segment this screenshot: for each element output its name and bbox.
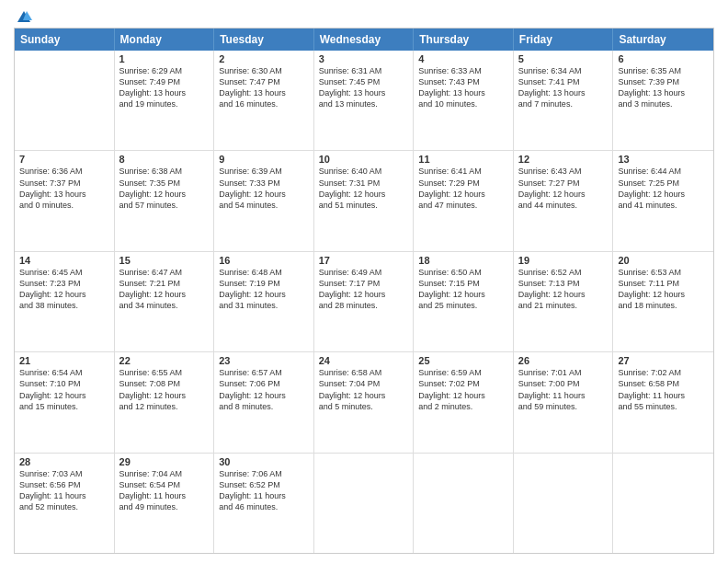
weekday-header-wednesday: Wednesday [314,29,415,51]
day-number: 30 [219,456,309,467]
day-cell-22: 22Sunrise: 6:55 AM Sunset: 7:08 PM Dayli… [115,352,215,452]
day-cell-28: 28Sunrise: 7:03 AM Sunset: 6:56 PM Dayli… [15,454,115,553]
day-number: 12 [518,154,609,165]
day-cell-2: 2Sunrise: 6:30 AM Sunset: 7:47 PM Daylig… [214,51,314,150]
day-cell-16: 16Sunrise: 6:48 AM Sunset: 7:19 PM Dayli… [214,252,314,351]
day-cell-7: 7Sunrise: 6:36 AM Sunset: 7:37 PM Daylig… [15,151,115,250]
day-cell-3: 3Sunrise: 6:31 AM Sunset: 7:45 PM Daylig… [314,51,415,150]
empty-cell-4-6 [613,454,713,553]
empty-cell-0-0 [15,51,115,150]
cell-info: Sunrise: 7:04 AM Sunset: 6:54 PM Dayligh… [119,468,210,513]
cell-info: Sunrise: 6:45 AM Sunset: 7:23 PM Dayligh… [19,267,109,312]
day-cell-25: 25Sunrise: 6:59 AM Sunset: 7:02 PM Dayli… [414,352,514,452]
empty-cell-4-5 [514,454,614,553]
day-number: 1 [119,53,210,64]
calendar-body: 1Sunrise: 6:29 AM Sunset: 7:49 PM Daylig… [15,51,713,553]
cell-info: Sunrise: 6:31 AM Sunset: 7:45 PM Dayligh… [319,65,409,110]
day-cell-27: 27Sunrise: 7:02 AM Sunset: 6:58 PM Dayli… [613,352,713,452]
day-number: 6 [618,53,709,64]
day-number: 21 [19,355,109,366]
day-cell-1: 1Sunrise: 6:29 AM Sunset: 7:49 PM Daylig… [115,51,215,150]
logo-icon [16,9,32,26]
cell-info: Sunrise: 6:33 AM Sunset: 7:43 PM Dayligh… [418,65,508,110]
cell-info: Sunrise: 6:50 AM Sunset: 7:15 PM Dayligh… [418,267,508,312]
cell-info: Sunrise: 6:34 AM Sunset: 7:41 PM Dayligh… [518,65,609,110]
cell-info: Sunrise: 6:48 AM Sunset: 7:19 PM Dayligh… [219,267,309,312]
cell-info: Sunrise: 6:30 AM Sunset: 7:47 PM Dayligh… [219,65,309,110]
header [14,9,714,22]
day-cell-30: 30Sunrise: 7:06 AM Sunset: 6:52 PM Dayli… [214,454,314,553]
calendar: SundayMondayTuesdayWednesdayThursdayFrid… [14,28,714,554]
day-cell-24: 24Sunrise: 6:58 AM Sunset: 7:04 PM Dayli… [314,352,415,452]
day-number: 13 [618,154,709,165]
day-number: 5 [518,53,609,64]
day-number: 29 [119,456,210,467]
cell-info: Sunrise: 6:44 AM Sunset: 7:25 PM Dayligh… [618,166,709,211]
calendar-row-1: 7Sunrise: 6:36 AM Sunset: 7:37 PM Daylig… [15,150,713,250]
cell-info: Sunrise: 6:41 AM Sunset: 7:29 PM Dayligh… [418,166,508,211]
cell-info: Sunrise: 6:38 AM Sunset: 7:35 PM Dayligh… [119,166,210,211]
day-number: 3 [319,53,409,64]
calendar-row-2: 14Sunrise: 6:45 AM Sunset: 7:23 PM Dayli… [15,251,713,351]
cell-info: Sunrise: 6:57 AM Sunset: 7:06 PM Dayligh… [219,367,309,412]
day-number: 25 [418,355,508,366]
day-cell-19: 19Sunrise: 6:52 AM Sunset: 7:13 PM Dayli… [514,252,614,351]
day-cell-20: 20Sunrise: 6:53 AM Sunset: 7:11 PM Dayli… [613,252,713,351]
day-cell-21: 21Sunrise: 6:54 AM Sunset: 7:10 PM Dayli… [15,352,115,452]
day-number: 15 [119,255,210,266]
calendar-header: SundayMondayTuesdayWednesdayThursdayFrid… [15,29,713,51]
cell-info: Sunrise: 6:43 AM Sunset: 7:27 PM Dayligh… [518,166,609,211]
cell-info: Sunrise: 6:35 AM Sunset: 7:39 PM Dayligh… [618,65,709,110]
weekday-header-friday: Friday [514,29,614,51]
day-number: 11 [418,154,508,165]
day-number: 9 [219,154,309,165]
cell-info: Sunrise: 7:03 AM Sunset: 6:56 PM Dayligh… [19,468,109,513]
day-cell-12: 12Sunrise: 6:43 AM Sunset: 7:27 PM Dayli… [514,151,614,250]
calendar-row-0: 1Sunrise: 6:29 AM Sunset: 7:49 PM Daylig… [15,51,713,150]
cell-info: Sunrise: 6:49 AM Sunset: 7:17 PM Dayligh… [319,267,409,312]
day-number: 17 [319,255,409,266]
day-number: 2 [219,53,309,64]
day-number: 8 [119,154,210,165]
empty-cell-4-4 [414,454,514,553]
day-cell-4: 4Sunrise: 6:33 AM Sunset: 7:43 PM Daylig… [414,51,514,150]
cell-info: Sunrise: 6:39 AM Sunset: 7:33 PM Dayligh… [219,166,309,211]
day-number: 7 [19,154,109,165]
day-number: 14 [19,255,109,266]
cell-info: Sunrise: 6:36 AM Sunset: 7:37 PM Dayligh… [19,166,109,211]
cell-info: Sunrise: 6:54 AM Sunset: 7:10 PM Dayligh… [19,367,109,412]
cell-info: Sunrise: 6:52 AM Sunset: 7:13 PM Dayligh… [518,267,609,312]
day-cell-18: 18Sunrise: 6:50 AM Sunset: 7:15 PM Dayli… [414,252,514,351]
weekday-header-monday: Monday [115,29,215,51]
day-number: 16 [219,255,309,266]
weekday-header-saturday: Saturday [613,29,713,51]
logo [14,9,32,22]
day-cell-17: 17Sunrise: 6:49 AM Sunset: 7:17 PM Dayli… [314,252,415,351]
weekday-header-tuesday: Tuesday [214,29,314,51]
calendar-row-4: 28Sunrise: 7:03 AM Sunset: 6:56 PM Dayli… [15,453,713,553]
day-number: 28 [19,456,109,467]
day-cell-29: 29Sunrise: 7:04 AM Sunset: 6:54 PM Dayli… [115,454,215,553]
day-number: 19 [518,255,609,266]
day-number: 22 [119,355,210,366]
cell-info: Sunrise: 6:47 AM Sunset: 7:21 PM Dayligh… [119,267,210,312]
day-cell-23: 23Sunrise: 6:57 AM Sunset: 7:06 PM Dayli… [214,352,314,452]
cell-info: Sunrise: 7:02 AM Sunset: 6:58 PM Dayligh… [618,367,709,412]
page: SundayMondayTuesdayWednesdayThursdayFrid… [0,0,728,563]
day-number: 10 [319,154,409,165]
calendar-row-3: 21Sunrise: 6:54 AM Sunset: 7:10 PM Dayli… [15,351,713,452]
weekday-header-sunday: Sunday [15,29,115,51]
day-cell-14: 14Sunrise: 6:45 AM Sunset: 7:23 PM Dayli… [15,252,115,351]
weekday-header-thursday: Thursday [414,29,514,51]
day-cell-26: 26Sunrise: 7:01 AM Sunset: 7:00 PM Dayli… [514,352,614,452]
day-cell-9: 9Sunrise: 6:39 AM Sunset: 7:33 PM Daylig… [214,151,314,250]
cell-info: Sunrise: 6:55 AM Sunset: 7:08 PM Dayligh… [119,367,210,412]
day-cell-8: 8Sunrise: 6:38 AM Sunset: 7:35 PM Daylig… [115,151,215,250]
day-cell-11: 11Sunrise: 6:41 AM Sunset: 7:29 PM Dayli… [414,151,514,250]
cell-info: Sunrise: 6:53 AM Sunset: 7:11 PM Dayligh… [618,267,709,312]
day-cell-5: 5Sunrise: 6:34 AM Sunset: 7:41 PM Daylig… [514,51,614,150]
cell-info: Sunrise: 7:01 AM Sunset: 7:00 PM Dayligh… [518,367,609,412]
day-number: 4 [418,53,508,64]
day-number: 23 [219,355,309,366]
cell-info: Sunrise: 6:40 AM Sunset: 7:31 PM Dayligh… [319,166,409,211]
